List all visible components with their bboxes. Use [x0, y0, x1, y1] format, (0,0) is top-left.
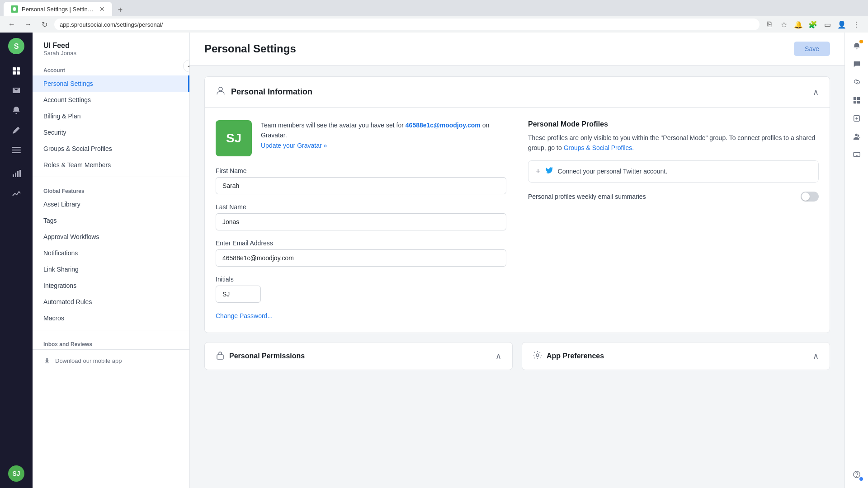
svg-rect-7	[12, 147, 21, 148]
personal-info-collapse-button[interactable]: ∧	[813, 87, 819, 97]
rail-inbox-icon[interactable]	[7, 81, 25, 99]
sidebar-item-account-settings[interactable]: Account Settings	[33, 92, 189, 108]
personal-info-title: Personal Information	[231, 87, 312, 97]
global-section-label: Global Features	[33, 181, 189, 196]
sidebar-item-roles-team[interactable]: Roles & Team Members	[33, 157, 189, 173]
svg-point-28	[856, 476, 857, 477]
main-header: Personal Settings Save	[190, 33, 844, 66]
cast-button[interactable]: ⎘	[763, 18, 776, 31]
svg-rect-4	[17, 67, 20, 70]
right-rail-users-icon[interactable]	[849, 128, 865, 145]
svg-rect-19	[853, 101, 856, 103]
sidebar-item-billing-plan[interactable]: Billing & Plan	[33, 108, 189, 124]
app-preferences-card: App Preferences ∧	[522, 342, 830, 370]
user-avatar[interactable]: SJ	[8, 465, 24, 482]
rail-bell-icon[interactable]	[7, 101, 25, 119]
tab-favicon	[11, 5, 18, 13]
right-rail-add-icon[interactable]	[849, 110, 865, 127]
extension-button[interactable]: 🧩	[807, 18, 819, 31]
toolbar-actions: ⎘ ☆ 🔔 🧩 ▭ 👤 ⋮	[763, 18, 863, 31]
sidebar-toggle[interactable]: ▭	[821, 18, 834, 31]
last-name-input[interactable]	[216, 213, 506, 230]
profile-button[interactable]: 👤	[835, 18, 848, 31]
rail-analytics-icon[interactable]	[7, 164, 25, 183]
groups-social-link[interactable]: Groups & Social Profiles.	[564, 144, 634, 151]
active-tab[interactable]: Personal Settings | Settings | Spr... ✕	[4, 2, 112, 16]
sidebar-item-approval-workflows[interactable]: Approval Workflows	[33, 229, 189, 245]
first-name-field-group: First Name	[216, 167, 506, 194]
back-button[interactable]: ←	[5, 18, 18, 31]
right-rail-grid-icon[interactable]	[849, 92, 865, 108]
sidebar-item-asset-library[interactable]: Asset Library	[33, 196, 189, 212]
initials-field-group: Initials	[216, 276, 506, 303]
tab-title: Personal Settings | Settings | Spr...	[22, 6, 96, 13]
browser-tabs: Personal Settings | Settings | Spr... ✕ …	[0, 0, 868, 16]
personal-info-left: SJ Team members will see the avatar you …	[216, 120, 506, 320]
new-tab-button[interactable]: +	[114, 4, 127, 16]
personal-permissions-header: Personal Permissions ∧	[205, 343, 512, 370]
address-bar[interactable]	[54, 19, 760, 30]
permissions-header-left: Personal Permissions	[216, 351, 305, 361]
permissions-collapse-button[interactable]: ∧	[495, 351, 501, 361]
update-gravatar-link[interactable]: Update your Gravatar »	[261, 142, 327, 149]
sidebar-item-automated-rules[interactable]: Automated Rules	[33, 294, 189, 310]
refresh-button[interactable]: ↻	[38, 18, 51, 31]
email-input[interactable]	[216, 249, 506, 267]
sidebar-item-security[interactable]: Security	[33, 124, 189, 141]
sidebar-item-macros[interactable]: Macros	[33, 310, 189, 326]
right-rail-bell-icon[interactable]	[849, 38, 865, 54]
svg-rect-3	[13, 67, 16, 70]
sprout-logo[interactable]: S	[8, 38, 24, 54]
account-section-label: Account	[33, 60, 189, 75]
rail-chart-icon[interactable]	[7, 184, 25, 202]
weekly-email-toggle-row: Personal profiles weekly email summaries	[528, 192, 819, 202]
card-header-left: Personal Information	[216, 86, 312, 98]
permissions-icon	[216, 351, 225, 361]
svg-rect-9	[12, 152, 21, 153]
change-password-link[interactable]: Change Password...	[216, 312, 273, 319]
weekly-email-label: Personal profiles weekly email summaries	[528, 193, 646, 200]
add-icon: +	[536, 167, 541, 176]
connect-twitter-button[interactable]: + Connect your personal Twitter account.	[528, 160, 819, 183]
preferences-icon	[533, 351, 542, 361]
right-rail-comment-icon[interactable]	[849, 56, 865, 72]
bookmark-button[interactable]: ☆	[778, 18, 790, 31]
right-rail-help-icon[interactable]	[849, 466, 865, 483]
download-mobile-app[interactable]: Download our mobile app	[33, 349, 189, 371]
personal-permissions-title: Personal Permissions	[229, 352, 305, 360]
initials-input[interactable]	[216, 286, 261, 303]
save-button[interactable]: Save	[794, 42, 830, 56]
first-name-label: First Name	[216, 167, 506, 174]
sidebar-item-integrations[interactable]: Integrations	[33, 277, 189, 294]
svg-point-16	[536, 354, 539, 357]
right-rail-keyboard-icon[interactable]	[849, 146, 865, 163]
sidebar-item-tags[interactable]: Tags	[33, 212, 189, 229]
sidebar-divider-2	[33, 330, 189, 330]
svg-rect-6	[17, 71, 20, 75]
tab-close-button[interactable]: ✕	[99, 5, 105, 13]
svg-rect-5	[13, 71, 16, 75]
notification-button[interactable]: 🔔	[792, 18, 805, 31]
rail-menu-icon[interactable]	[7, 141, 25, 159]
right-rail	[844, 33, 868, 488]
sidebar-item-link-sharing[interactable]: Link Sharing	[33, 261, 189, 277]
rail-avatar-icon[interactable]: SJ	[7, 465, 25, 483]
sidebar-item-personal-settings[interactable]: Personal Settings	[33, 75, 189, 92]
personal-info-card-header: Personal Information ∧	[205, 77, 830, 108]
preferences-collapse-button[interactable]: ∧	[813, 351, 819, 361]
sidebar-item-notifications[interactable]: Notifications	[33, 245, 189, 261]
sidebar-username: Sarah Jonas	[43, 50, 179, 56]
forward-button[interactable]: →	[22, 18, 34, 31]
rail-feed-icon[interactable]	[7, 61, 25, 80]
avatar-info: Team members will see the avatar you hav…	[261, 120, 506, 150]
menu-button[interactable]: ⋮	[850, 18, 863, 31]
sidebar-item-groups-social[interactable]: Groups & Social Profiles	[33, 141, 189, 157]
browser-toolbar: ← → ↻ ⎘ ☆ 🔔 🧩 ▭ 👤 ⋮	[0, 16, 868, 33]
app-container: S SJ UI Feed Sarah Jonas	[0, 33, 868, 488]
first-name-input[interactable]	[216, 177, 506, 194]
svg-rect-10	[13, 174, 14, 177]
right-rail-link-icon[interactable]	[849, 74, 865, 90]
rail-compose-icon[interactable]	[7, 121, 25, 139]
personal-info-right: Personal Mode Profiles These profiles ar…	[528, 120, 819, 320]
weekly-email-toggle[interactable]	[801, 192, 819, 202]
